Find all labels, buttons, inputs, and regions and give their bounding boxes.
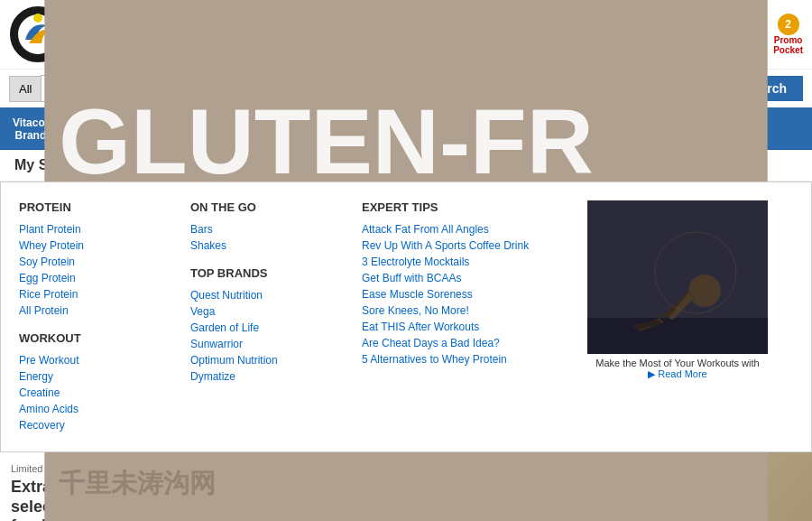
protein-whey[interactable]: Whey Protein bbox=[19, 237, 163, 254]
otg-title: ON THE GO bbox=[190, 200, 335, 214]
tip-attack-fat[interactable]: Attack Fat From All Angles bbox=[362, 221, 560, 237]
gluten-banner: GLUTEN-FR food favorite 千里未涛沟网 bbox=[496, 452, 812, 521]
top-brands-title: TOP BRANDS bbox=[190, 266, 335, 280]
protein-soy[interactable]: Soy Protein bbox=[19, 254, 163, 270]
otg-shakes[interactable]: Shakes bbox=[190, 237, 335, 254]
tip-eat-after[interactable]: Eat THIS After Workouts bbox=[362, 319, 560, 335]
tip-electrolyte[interactable]: 3 Electrolyte Mocktails bbox=[362, 254, 560, 270]
brand-dymatize[interactable]: Dymatize bbox=[190, 368, 335, 385]
tip-bcaa[interactable]: Get Buff with BCAAs bbox=[362, 270, 560, 286]
svg-rect-4 bbox=[587, 318, 768, 354]
tip-cheat-days[interactable]: Are Cheat Days a Bad Idea? bbox=[362, 335, 560, 351]
otg-bars[interactable]: Bars bbox=[190, 221, 335, 237]
below-nav-area: Limited time offer Extra 15% offselect v… bbox=[0, 452, 812, 521]
tip-sore-knees[interactable]: Sore Knees, No More! bbox=[362, 302, 560, 319]
workout-amino[interactable]: Amino Acids bbox=[19, 401, 163, 417]
workout-pre[interactable]: Pre Workout bbox=[19, 352, 163, 368]
tip-muscle-soreness[interactable]: Ease Muscle Soreness bbox=[362, 286, 560, 302]
brand-quest[interactable]: Quest Nutrition bbox=[190, 287, 335, 303]
workout-energy[interactable]: Energy bbox=[19, 368, 163, 385]
svg-point-5 bbox=[688, 274, 721, 307]
main-banners: NATURAL purely eli Once Again Almond But… bbox=[180, 452, 812, 521]
protein-all[interactable]: All Protein bbox=[19, 302, 163, 319]
protein-egg[interactable]: Egg Protein bbox=[19, 270, 163, 286]
svg-rect-20 bbox=[496, 452, 768, 521]
brand-optimum[interactable]: Optimum Nutrition bbox=[190, 352, 335, 368]
otg-brands-column: ON THE GO Bars Shakes TOP BRANDS Quest N… bbox=[190, 200, 335, 433]
workout-title: WORKOUT bbox=[19, 331, 163, 345]
brand-vega[interactable]: Vega bbox=[190, 303, 335, 320]
brand-garden[interactable]: Garden of Life bbox=[190, 320, 335, 336]
protein-column: PROTEIN Plant Protein Whey Protein Soy P… bbox=[19, 200, 163, 433]
sports-dropdown: PROTEIN Plant Protein Whey Protein Soy P… bbox=[0, 181, 812, 452]
workout-recovery[interactable]: Recovery bbox=[19, 417, 163, 433]
protein-title: PROTEIN bbox=[19, 200, 163, 214]
tip-whey-alternatives[interactable]: 5 Alternatives to Whey Protein bbox=[362, 351, 560, 367]
workout-creatine[interactable]: Creatine bbox=[19, 385, 163, 401]
promo-image-column: Make the Most of Your Workouts with ▶ Re… bbox=[587, 200, 768, 433]
promo-caption: Make the Most of Your Workouts with bbox=[595, 358, 759, 368]
tip-sports-coffee[interactable]: Rev Up With A Sports Coffee Drink bbox=[362, 237, 560, 254]
read-more-link[interactable]: ▶ Read More bbox=[648, 368, 706, 380]
brand-sunwarrior[interactable]: Sunwarrior bbox=[190, 336, 335, 352]
protein-rice[interactable]: Rice Protein bbox=[19, 286, 163, 302]
promo-image bbox=[587, 200, 768, 354]
protein-plant[interactable]: Plant Protein bbox=[19, 221, 163, 237]
expert-tips-column: EXPERT TIPS Attack Fat From All Angles R… bbox=[362, 200, 560, 433]
expert-tips-title: EXPERT TIPS bbox=[362, 200, 560, 214]
